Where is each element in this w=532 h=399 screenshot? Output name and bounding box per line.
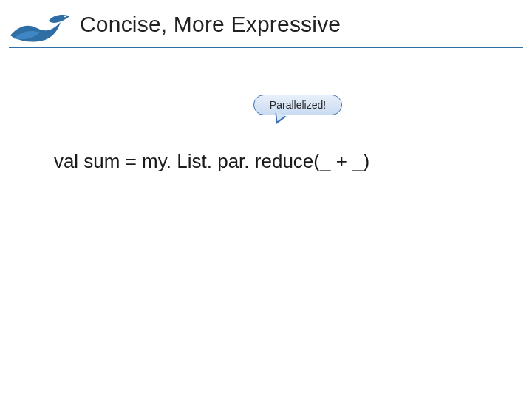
- code-prefix: val sum = my. List.: [54, 150, 217, 172]
- callout-label: Parallelized!: [270, 99, 326, 111]
- slide-header: Concise, More Expressive: [0, 7, 532, 52]
- logo-ocean-wave-icon: [9, 6, 71, 46]
- slide-title: Concise, More Expressive: [80, 12, 341, 37]
- title-underline: [9, 47, 523, 48]
- code-line: val sum = my. List. par. reduce(_ + _): [33, 127, 369, 196]
- code-suffix: . reduce(_ + _): [244, 150, 369, 172]
- svg-point-0: [64, 16, 66, 18]
- slide: Concise, More Expressive Parallelized! v…: [0, 0, 532, 399]
- code-emph-par: par: [217, 150, 244, 172]
- callout-parallelized: Parallelized!: [253, 95, 342, 115]
